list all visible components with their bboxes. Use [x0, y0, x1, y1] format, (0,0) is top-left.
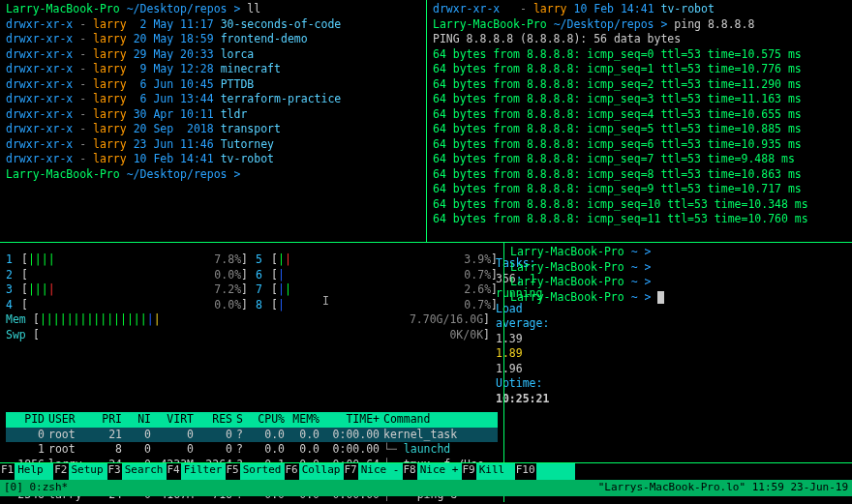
top-row: Larry-MacBook-Pro ~/Desktop/repos > lldr… [0, 0, 852, 242]
cpu-bar-3: 3 [||||7.2%] [6, 282, 248, 298]
shell-prompt: Larry-MacBook-Pro ~ > [510, 245, 846, 260]
ping-line: 64 bytes from 8.8.8.8: icmp_seq=3 ttl=53… [433, 92, 846, 107]
ls-entry: drwxr-xr-x - larry 6 Jun 10:45 PTTDB [6, 77, 420, 93]
ping-line: 64 bytes from 8.8.8.8: icmp_seq=9 ttl=53… [433, 182, 846, 197]
ls-entry: drwxr-xr-x - larry 30 Apr 10:11 tldr [6, 107, 420, 123]
process-row[interactable]: 1root8000?0.00.00:00.00└─ launchd [6, 442, 498, 458]
ls-entry: drwxr-xr-x - larry 23 Jun 11:46 Tutorney [6, 137, 420, 153]
ls-entry: drwxr-xr-x - larry 29 May 20:33 lorca [6, 47, 420, 63]
ping-line: 64 bytes from 8.8.8.8: icmp_seq=10 ttl=5… [433, 197, 846, 213]
ls-entry: drwxr-xr-x - larry 2 May 11:17 30-second… [6, 17, 420, 33]
ping-line: 64 bytes from 8.8.8.8: icmp_seq=2 ttl=53… [433, 77, 846, 93]
ping-line: 64 bytes from 8.8.8.8: icmp_seq=7 ttl=53… [433, 152, 846, 167]
swap-bar: Swp[0K/0K] [6, 328, 490, 343]
cpu-bar-5: 5 [||3.9%] [256, 252, 498, 268]
shell-prompt: Larry-MacBook-Pro ~ > [510, 260, 846, 276]
process-row[interactable]: 0root21000?0.00.00:00.00kernel_task [6, 428, 498, 443]
fkey-F9[interactable]: F9Kill [462, 463, 515, 480]
tmux-status-bar[interactable]: [0] 0:zsh* "Larrys-MacBook-Pro.lo" 11:59… [0, 480, 852, 496]
shell-prompt: Larry-MacBook-Pro ~ > [510, 275, 846, 290]
ping-line: 64 bytes from 8.8.8.8: icmp_seq=11 ttl=5… [433, 212, 846, 227]
fkey-F1[interactable]: F1Help [0, 463, 53, 480]
cpu-bar-2: 2 [0.0%] [6, 268, 248, 283]
cpu-bar-4: 4 [0.0%] [6, 298, 248, 313]
fkey-F3[interactable]: F3Search [107, 463, 167, 480]
ls-entry: drwxr-xr-x - larry 20 May 18:59 frontend… [6, 32, 420, 47]
cursor-block-icon [657, 291, 664, 304]
shell-prompt: Larry-MacBook-Pro ~ > [510, 290, 846, 306]
process-table-header[interactable]: PIDUSERPRINIVIRTRESSCPU%MEM%TIME+Command [6, 412, 498, 428]
ping-line: 64 bytes from 8.8.8.8: icmp_seq=5 ttl=53… [433, 122, 846, 137]
fkey-F8[interactable]: F8Nice + [403, 463, 462, 480]
fkey-F6[interactable]: F6Collap [285, 463, 344, 480]
ping-line: 64 bytes from 8.8.8.8: icmp_seq=8 ttl=53… [433, 167, 846, 183]
cpu-bar-8: 8 [|0.7%] [256, 298, 498, 313]
fkey-F5[interactable]: F5Sorted [226, 463, 285, 480]
ping-line: 64 bytes from 8.8.8.8: icmp_seq=1 ttl=53… [433, 62, 846, 77]
ls-entry: drwxr-xr-x - larry 6 Jun 13:44 terraform… [6, 92, 420, 107]
cpu-bar-1: 1 [||||7.8%] [6, 252, 248, 268]
htop-fkeys: F1HelpF2SetupF3SearchF4FilterF5SortedF6C… [0, 462, 852, 480]
fkey-F10[interactable]: F10 [515, 463, 575, 480]
fkey-F4[interactable]: F4Filter [167, 463, 226, 480]
tmux-status-left: [0] 0:zsh* [4, 481, 68, 495]
ping-line: 64 bytes from 8.8.8.8: icmp_seq=6 ttl=53… [433, 137, 846, 153]
ls-entry: drwxr-xr-x - larry 9 May 12:28 minecraft [6, 62, 420, 77]
pane-ll[interactable]: Larry-MacBook-Pro ~/Desktop/repos > lldr… [0, 0, 426, 242]
ping-line: 64 bytes from 8.8.8.8: icmp_seq=0 ttl=53… [433, 47, 846, 63]
pane-ping[interactable]: drwxr-xr-x - larry 10 Feb 14:41 tv-robot… [426, 0, 852, 242]
tmux-status-right: "Larrys-MacBook-Pro.lo" 11:59 23-Jun-19 [598, 481, 848, 495]
ls-entry: drwxr-xr-x - larry 20 Sep 2018 transport [6, 122, 420, 137]
fkey-F7[interactable]: F7Nice - [344, 463, 403, 480]
fkey-F2[interactable]: F2Setup [53, 463, 106, 480]
tmux-screen: Larry-MacBook-Pro ~/Desktop/repos > lldr… [0, 0, 852, 504]
ls-entry: drwxr-xr-x - larry 10 Feb 14:41 tv-robot [6, 152, 420, 167]
ping-line: 64 bytes from 8.8.8.8: icmp_seq=4 ttl=53… [433, 107, 846, 123]
mem-bar: Mem[||||||||||||||||||7.70G/16.0G] [6, 312, 490, 328]
middle-row: 1 [||||7.8%]5 [||3.9%]2 [0.0%]6 [|0.7%]3… [0, 242, 852, 462]
cpu-bar-7: 7 [||2.6%] [256, 282, 498, 298]
cpu-bar-6: 6 [|0.7%] [256, 268, 498, 283]
